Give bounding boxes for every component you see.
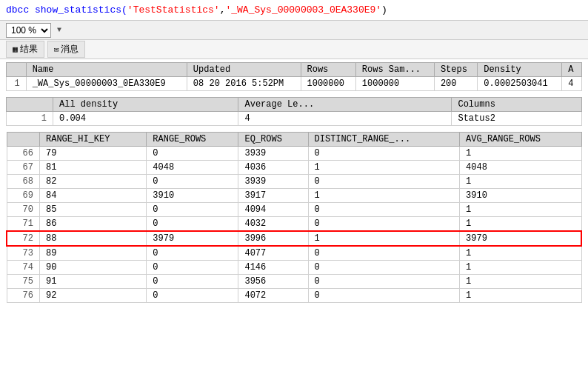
col-density: Density bbox=[478, 63, 562, 77]
query-param2: '_WA_Sys_00000003_0EA330E9' bbox=[225, 4, 381, 16]
table-row: 10.0044Status2 bbox=[7, 112, 582, 126]
zoom-arrow-icon: ▼ bbox=[57, 26, 61, 34]
table-row: 73890407701 bbox=[7, 246, 581, 261]
statistics-header-table: Name Updated Rows Rows Sam... Steps Dens… bbox=[6, 62, 582, 91]
table-row: 71860403201 bbox=[7, 217, 581, 232]
table-cell: 0 bbox=[147, 175, 238, 189]
zoom-select[interactable]: 100 % bbox=[6, 23, 51, 38]
table-cell: 200 bbox=[434, 77, 477, 91]
table-cell: 0 bbox=[308, 275, 460, 289]
table-cell: 0 bbox=[147, 147, 238, 161]
results-area[interactable]: Name Updated Rows Rows Sam... Steps Dens… bbox=[0, 59, 588, 374]
table-cell: 66 bbox=[7, 147, 40, 161]
table-cell: 3910 bbox=[460, 189, 581, 203]
table-cell: 1 bbox=[460, 261, 581, 275]
tab-messages[interactable]: ✉ 消息 bbox=[47, 41, 86, 58]
tabs-bar: ▦ 结果 ✉ 消息 bbox=[0, 40, 588, 59]
query-bar: dbcc show_statistics('TestStatistics','_… bbox=[0, 0, 588, 21]
table-cell: 1 bbox=[460, 217, 581, 232]
table-cell: 4032 bbox=[238, 217, 308, 232]
col-avg-len: Average Le... bbox=[238, 98, 452, 112]
density-table: All density Average Le... Columns 10.004… bbox=[6, 97, 582, 126]
col-avg-range-rows: AVG_RANGE_ROWS bbox=[460, 133, 581, 147]
table-cell: 89 bbox=[40, 246, 147, 261]
table-cell: 82 bbox=[40, 175, 147, 189]
tab-results-label: 结果 bbox=[20, 43, 38, 56]
table-cell: 68 bbox=[7, 175, 40, 189]
table-cell: 75 bbox=[7, 275, 40, 289]
table-cell: 3996 bbox=[238, 231, 308, 246]
table-cell: 91 bbox=[40, 275, 147, 289]
col-updated: Updated bbox=[187, 63, 301, 77]
table-cell: 1 bbox=[460, 275, 581, 289]
table-row: 69843910391713910 bbox=[7, 189, 581, 203]
table-cell: 4048 bbox=[460, 161, 581, 175]
table-cell: 79 bbox=[40, 147, 147, 161]
table-cell: 1 bbox=[308, 161, 460, 175]
table-row: 67814048403614048 bbox=[7, 161, 581, 175]
table-cell: 4146 bbox=[238, 261, 308, 275]
table-cell: 0 bbox=[147, 203, 238, 217]
table-cell: 4 bbox=[238, 112, 452, 126]
toolbar: 100 % ▼ bbox=[0, 21, 588, 40]
table-cell: 3917 bbox=[238, 189, 308, 203]
table-cell: 3956 bbox=[238, 275, 308, 289]
table-cell: 71 bbox=[7, 217, 40, 232]
table-cell: 0 bbox=[308, 175, 460, 189]
query-text: dbcc show_statistics('TestStatistics','_… bbox=[6, 4, 387, 16]
table-cell: 73 bbox=[7, 246, 40, 261]
table-cell: 0 bbox=[147, 217, 238, 232]
col-distinct-range: DISTINCT_RANGE_... bbox=[308, 133, 460, 147]
col-eq-rows: EQ_ROWS bbox=[238, 133, 308, 147]
table-cell: 72 bbox=[7, 231, 40, 246]
table-cell: 0 bbox=[308, 261, 460, 275]
table-cell: 0.0002503041 bbox=[478, 77, 562, 91]
query-param1: 'TestStatistics' bbox=[127, 4, 220, 16]
table-cell: _WA_Sys_00000003_0EA330E9 bbox=[26, 77, 187, 91]
table-cell: 1 bbox=[308, 189, 460, 203]
col-name: Name bbox=[26, 63, 187, 77]
table-cell: 3979 bbox=[147, 231, 238, 246]
table-cell: 1 bbox=[308, 231, 460, 246]
query-keyword: dbcc show_statistics( bbox=[6, 4, 127, 16]
highlighted-table-row: 72883979399613979 bbox=[7, 231, 581, 246]
table-cell: 81 bbox=[40, 161, 147, 175]
col-rows-sam: Rows Sam... bbox=[355, 63, 434, 77]
table-row: 1_WA_Sys_00000003_0EA330E908 20 2016 5:5… bbox=[7, 77, 582, 91]
table-cell: 0.004 bbox=[53, 112, 238, 126]
table-cell: 1 bbox=[460, 246, 581, 261]
col-steps: Steps bbox=[434, 63, 477, 77]
col-rownum-2 bbox=[7, 98, 53, 112]
col-range-rows: RANGE_ROWS bbox=[147, 133, 238, 147]
table-cell: 1 bbox=[460, 147, 581, 161]
table-cell: 0 bbox=[147, 261, 238, 275]
table-cell: 67 bbox=[7, 161, 40, 175]
col-rows: Rows bbox=[301, 63, 355, 77]
table-row: 74900414601 bbox=[7, 261, 581, 275]
col-range-hi-key: RANGE_HI_KEY bbox=[40, 133, 147, 147]
table-cell: 1 bbox=[7, 112, 53, 126]
table-cell: 88 bbox=[40, 231, 147, 246]
table-cell: 86 bbox=[40, 217, 147, 232]
grid-icon: ▦ bbox=[13, 44, 18, 54]
table-cell: 4036 bbox=[238, 161, 308, 175]
table-cell: 3939 bbox=[238, 175, 308, 189]
table-cell: 84 bbox=[40, 189, 147, 203]
table-cell: 1000000 bbox=[301, 77, 355, 91]
message-icon: ✉ bbox=[54, 44, 59, 54]
table-cell: 0 bbox=[308, 203, 460, 217]
tab-results[interactable]: ▦ 结果 bbox=[6, 41, 44, 58]
table-cell: 74 bbox=[7, 261, 40, 275]
table-cell: 0 bbox=[147, 246, 238, 261]
table-cell: Status2 bbox=[452, 112, 582, 126]
table-cell: 1 bbox=[460, 289, 581, 303]
table-cell: 1 bbox=[7, 77, 27, 91]
col-columns: Columns bbox=[452, 98, 582, 112]
col-rownum-3 bbox=[7, 133, 40, 147]
table-cell: 76 bbox=[7, 289, 40, 303]
table-row: 76920407201 bbox=[7, 289, 581, 303]
table-cell: 0 bbox=[147, 289, 238, 303]
table-cell: 0 bbox=[308, 246, 460, 261]
table-row: 66790393901 bbox=[7, 147, 581, 161]
query-suffix: ) bbox=[381, 4, 387, 16]
